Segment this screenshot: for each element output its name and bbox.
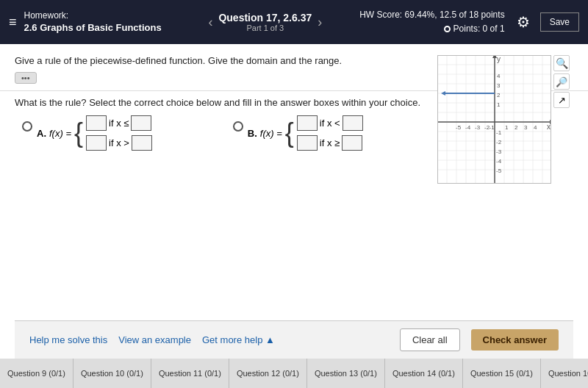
action-bar: Help me solve this View an example Get m… bbox=[15, 320, 573, 359]
gear-icon[interactable]: ⚙ bbox=[517, 13, 530, 31]
tab-q13[interactable]: Question 13 (0/1) bbox=[307, 359, 385, 388]
choice-a-content: A. f(x) = { if x ≤ if x > bbox=[37, 115, 152, 151]
svg-text:3: 3 bbox=[497, 82, 501, 89]
hw-score: HW Score: 69.44%, 12.5 of 18 points bbox=[359, 8, 504, 22]
condition-b2-text: if x ≥ bbox=[320, 137, 340, 148]
svg-text:2: 2 bbox=[497, 92, 501, 98]
choice-a-conditions: if x ≤ if x > bbox=[86, 115, 152, 151]
zoom-out-button[interactable]: 🔎 bbox=[553, 73, 570, 90]
choice-b-label: B. bbox=[248, 128, 257, 139]
svg-text:2: 2 bbox=[514, 124, 518, 131]
question-part: Part 1 of 3 bbox=[218, 24, 312, 32]
radio-b[interactable] bbox=[233, 121, 243, 132]
svg-text:-4: -4 bbox=[465, 124, 471, 131]
choice-a-fx: f(x) = bbox=[49, 128, 71, 139]
tab-q15[interactable]: Question 15 (0/1) bbox=[463, 359, 541, 388]
choice-b: B. f(x) = { if x < if x ≥ bbox=[233, 115, 363, 151]
condition-a1-text: if x ≤ bbox=[109, 118, 129, 129]
question-tabs-bar: Question 9 (0/1) Question 10 (0/1) Quest… bbox=[0, 359, 588, 388]
condition-a1: if x ≤ bbox=[86, 115, 152, 131]
svg-text:-4: -4 bbox=[496, 158, 502, 165]
svg-text:-2: -2 bbox=[496, 139, 502, 146]
svg-marker-48 bbox=[441, 91, 445, 96]
svg-text:x: x bbox=[547, 123, 551, 131]
choice-a-brace: { bbox=[74, 120, 83, 146]
clear-all-button[interactable]: Clear all bbox=[400, 328, 460, 351]
score-block: HW Score: 69.44%, 12.5 of 18 points Poin… bbox=[359, 8, 504, 36]
svg-text:1: 1 bbox=[505, 124, 509, 131]
choice-b-conditions: if x < if x ≥ bbox=[297, 115, 363, 151]
question-title: Question 17, 2.6.37 bbox=[218, 12, 312, 24]
graph-canvas: y x -5 -4 -3 -2 -1 1 2 3 4 4 bbox=[437, 55, 551, 184]
radio-a[interactable] bbox=[22, 121, 32, 132]
svg-text:-5: -5 bbox=[496, 168, 502, 174]
answer-box-a4[interactable] bbox=[132, 135, 152, 151]
tab-q16[interactable]: Question 16 (0/1) bbox=[541, 359, 588, 388]
check-answer-button[interactable]: Check answer bbox=[471, 329, 559, 351]
tab-q14[interactable]: Question 14 (0/1) bbox=[385, 359, 463, 388]
zoom-in-button[interactable]: 🔍 bbox=[553, 55, 570, 71]
condition-a2: if x > bbox=[86, 135, 152, 151]
view-example-button[interactable]: View an example bbox=[118, 334, 191, 345]
answer-box-a1[interactable] bbox=[86, 115, 107, 131]
page-wrapper: ≡ Homework: 2.6 Graphs of Basic Function… bbox=[0, 0, 588, 388]
answer-box-b4[interactable] bbox=[342, 135, 362, 151]
question-nav: ‹ Question 17, 2.6.37 Part 1 of 3 › bbox=[179, 12, 353, 32]
homework-title-block: Homework: 2.6 Graphs of Basic Functions bbox=[24, 10, 171, 35]
tab-q9[interactable]: Question 9 (0/1) bbox=[0, 359, 74, 388]
tab-q10[interactable]: Question 10 (0/1) bbox=[74, 359, 151, 388]
choice-b-brace: { bbox=[285, 120, 294, 146]
question-info: Question 17, 2.6.37 Part 1 of 3 bbox=[218, 12, 312, 32]
help-solve-button[interactable]: Help me solve this bbox=[29, 334, 107, 345]
next-question-arrow[interactable]: › bbox=[318, 15, 322, 30]
prev-question-arrow[interactable]: ‹ bbox=[208, 15, 212, 30]
question-area: Give a rule of the piecewise-defined fun… bbox=[15, 55, 573, 320]
svg-text:3: 3 bbox=[524, 124, 528, 131]
choice-b-content: B. f(x) = { if x < if x ≥ bbox=[248, 115, 363, 151]
tab-q11[interactable]: Question 11 (0/1) bbox=[151, 359, 229, 388]
tab-q12[interactable]: Question 12 (0/1) bbox=[229, 359, 307, 388]
graph-tools: 🔍 🔎 ↗ bbox=[553, 55, 570, 184]
answer-box-b2[interactable] bbox=[343, 115, 363, 131]
answer-box-a2[interactable] bbox=[131, 115, 151, 131]
svg-text:-1: -1 bbox=[496, 129, 502, 136]
svg-text:1: 1 bbox=[497, 101, 501, 108]
homework-title: 2.6 Graphs of Basic Functions bbox=[24, 21, 171, 35]
points-row: Points: 0 of 1 bbox=[359, 22, 504, 36]
answer-box-b1[interactable] bbox=[297, 115, 318, 131]
get-more-help-button[interactable]: Get more help ▲ bbox=[202, 334, 275, 345]
svg-text:-1: -1 bbox=[490, 124, 495, 131]
circle-icon bbox=[444, 26, 451, 32]
svg-text:-5: -5 bbox=[456, 124, 462, 131]
graph-svg: y x -5 -4 -3 -2 -1 1 2 3 4 4 bbox=[438, 56, 551, 184]
choice-a-label: A. bbox=[37, 128, 46, 139]
svg-text:4: 4 bbox=[534, 124, 537, 131]
expand-button[interactable]: ↗ bbox=[553, 92, 570, 108]
condition-a2-text: if x > bbox=[109, 137, 129, 148]
content-area: Give a rule of the piecewise-defined fun… bbox=[0, 44, 588, 359]
condition-b2: if x ≥ bbox=[297, 135, 363, 151]
svg-text:y: y bbox=[497, 56, 501, 63]
svg-text:-3: -3 bbox=[496, 148, 502, 155]
header: ≡ Homework: 2.6 Graphs of Basic Function… bbox=[0, 0, 588, 44]
svg-text:-3: -3 bbox=[475, 124, 481, 131]
answer-box-b3[interactable] bbox=[297, 135, 318, 151]
homework-label: Homework: bbox=[24, 10, 171, 22]
graph-container: y x -5 -4 -3 -2 -1 1 2 3 4 4 bbox=[437, 55, 573, 184]
save-button[interactable]: Save bbox=[540, 12, 579, 32]
points-label: Points: 0 of 1 bbox=[453, 22, 505, 36]
choice-b-fx: f(x) = bbox=[260, 128, 282, 139]
choice-a: A. f(x) = { if x ≤ if x > bbox=[22, 115, 152, 151]
svg-text:4: 4 bbox=[497, 73, 501, 79]
answer-box-a3[interactable] bbox=[86, 135, 107, 151]
menu-icon[interactable]: ≡ bbox=[9, 15, 17, 30]
condition-b1-text: if x < bbox=[320, 118, 340, 129]
more-options-dots[interactable]: ••• bbox=[15, 72, 37, 84]
condition-b1: if x < bbox=[297, 115, 363, 131]
